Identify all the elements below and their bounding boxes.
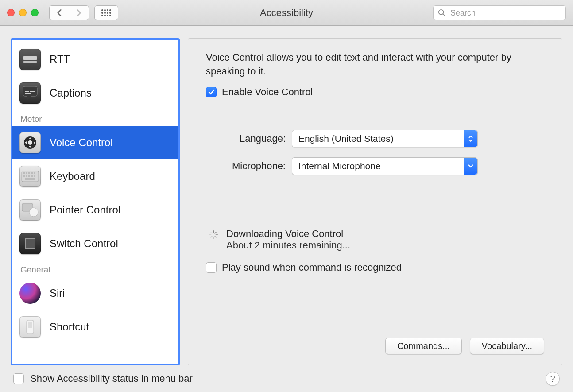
check-icon xyxy=(208,89,215,96)
language-row: Language: English (United States) xyxy=(206,130,544,147)
svg-line-44 xyxy=(211,236,212,237)
play-sound-checkbox[interactable] xyxy=(206,262,217,273)
chevron-down-icon xyxy=(464,158,477,175)
download-title: Downloading Voice Control xyxy=(226,228,350,240)
svg-line-40 xyxy=(215,232,216,233)
svg-rect-27 xyxy=(34,172,35,174)
keyboard-icon xyxy=(19,166,41,187)
enable-voice-control-label: Enable Voice Control xyxy=(222,86,313,98)
vocabulary-button[interactable]: Vocabulary... xyxy=(470,338,544,354)
svg-rect-19 xyxy=(25,93,31,94)
svg-point-10 xyxy=(107,15,108,16)
sidebar-item-voice-control[interactable]: Voice Control xyxy=(12,126,178,159)
enable-voice-control-row[interactable]: Enable Voice Control xyxy=(206,86,544,98)
download-subtitle: About 2 minutes remaining... xyxy=(226,240,350,251)
back-button[interactable] xyxy=(50,6,69,20)
sidebar-heading-motor: Motor xyxy=(12,110,178,126)
svg-point-8 xyxy=(101,15,103,16)
svg-rect-38 xyxy=(28,322,32,328)
sidebar-item-label: Keyboard xyxy=(50,170,95,182)
sidebar-item-siri[interactable]: Siri xyxy=(12,276,178,310)
language-select[interactable]: English (United States) xyxy=(292,130,478,147)
svg-rect-26 xyxy=(31,172,33,174)
svg-point-9 xyxy=(104,15,106,16)
microphone-label: Microphone: xyxy=(206,160,286,172)
panel-description: Voice Control allows you to edit text an… xyxy=(206,51,544,78)
content: RTT Captions Motor Voice Control Keyboar… xyxy=(0,26,573,365)
svg-point-3 xyxy=(109,9,111,11)
sidebar-item-label: Captions xyxy=(50,87,92,99)
sidebar-item-label: Switch Control xyxy=(50,237,118,250)
svg-rect-28 xyxy=(23,175,25,177)
search-field[interactable] xyxy=(433,5,566,20)
svg-line-42 xyxy=(215,236,216,237)
window-controls xyxy=(7,9,39,16)
svg-point-35 xyxy=(29,208,38,217)
sidebar-item-keyboard[interactable]: Keyboard xyxy=(12,159,178,193)
play-sound-row[interactable]: Play sound when command is recognized xyxy=(206,262,544,273)
nav-buttons xyxy=(49,5,89,20)
svg-point-2 xyxy=(107,9,108,11)
svg-point-11 xyxy=(109,15,111,16)
svg-rect-23 xyxy=(23,172,25,174)
sidebar-item-label: Shortcut xyxy=(50,321,89,333)
commands-button[interactable]: Commands... xyxy=(385,338,462,354)
sidebar-item-shortcut[interactable]: Shortcut xyxy=(12,310,178,344)
sidebar-item-label: Pointer Control xyxy=(50,204,120,216)
shortcut-icon xyxy=(19,316,41,338)
search-icon xyxy=(438,9,446,17)
forward-button[interactable] xyxy=(69,6,89,20)
zoom-window-button[interactable] xyxy=(31,9,39,16)
svg-line-13 xyxy=(443,14,445,16)
chevron-right-icon xyxy=(76,9,82,17)
pointer-control-icon xyxy=(19,199,41,221)
menu-bar-status-checkbox[interactable] xyxy=(13,373,24,384)
svg-point-5 xyxy=(104,12,106,14)
svg-point-1 xyxy=(104,9,106,11)
help-button[interactable]: ? xyxy=(546,372,560,386)
sidebar-item-captions[interactable]: Captions xyxy=(12,76,178,110)
sidebar-heading-general: General xyxy=(12,260,178,276)
minimize-window-button[interactable] xyxy=(19,9,27,16)
download-status: Downloading Voice Control About 2 minute… xyxy=(206,228,544,251)
sidebar-item-label: Voice Control xyxy=(50,136,113,149)
microphone-select[interactable]: Internal Microphone xyxy=(292,157,478,175)
close-window-button[interactable] xyxy=(7,9,15,16)
svg-rect-14 xyxy=(23,56,37,60)
updown-icon xyxy=(464,130,477,147)
sidebar-item-label: Siri xyxy=(50,287,65,299)
svg-rect-24 xyxy=(26,172,27,174)
menu-bar-status-label: Show Accessibility status in menu bar xyxy=(30,373,193,384)
svg-rect-17 xyxy=(25,91,29,92)
sidebar-item-switch-control[interactable]: Switch Control xyxy=(12,227,178,260)
panel-buttons: Commands... Vocabulary... xyxy=(385,338,544,354)
captions-icon xyxy=(19,82,41,104)
search-input[interactable] xyxy=(449,8,561,18)
svg-rect-15 xyxy=(23,61,37,63)
language-label: Language: xyxy=(206,133,286,144)
titlebar: Accessibility xyxy=(0,0,573,26)
svg-point-6 xyxy=(107,12,108,14)
sidebar-item-pointer-control[interactable]: Pointer Control xyxy=(12,193,178,227)
svg-point-7 xyxy=(109,12,111,14)
svg-rect-32 xyxy=(34,175,35,177)
chevron-left-icon xyxy=(56,9,62,17)
svg-point-21 xyxy=(28,140,32,145)
footer: Show Accessibility status in menu bar ? xyxy=(0,365,573,392)
microphone-value: Internal Microphone xyxy=(298,161,381,171)
settings-panel: Voice Control allows you to edit text an… xyxy=(188,38,562,365)
svg-point-4 xyxy=(101,12,103,14)
svg-point-12 xyxy=(439,10,444,15)
svg-rect-29 xyxy=(26,175,27,177)
enable-voice-control-checkbox[interactable] xyxy=(206,87,217,97)
svg-rect-36 xyxy=(25,239,35,248)
microphone-row: Microphone: Internal Microphone xyxy=(206,157,544,175)
spinner-icon xyxy=(209,230,218,240)
svg-rect-18 xyxy=(30,91,35,92)
svg-rect-25 xyxy=(28,172,30,174)
rtt-icon xyxy=(19,49,41,70)
voice-control-icon xyxy=(19,132,41,153)
show-all-button[interactable] xyxy=(94,5,118,20)
sidebar-item-rtt[interactable]: RTT xyxy=(12,43,178,76)
sidebar[interactable]: RTT Captions Motor Voice Control Keyboar… xyxy=(11,38,180,365)
